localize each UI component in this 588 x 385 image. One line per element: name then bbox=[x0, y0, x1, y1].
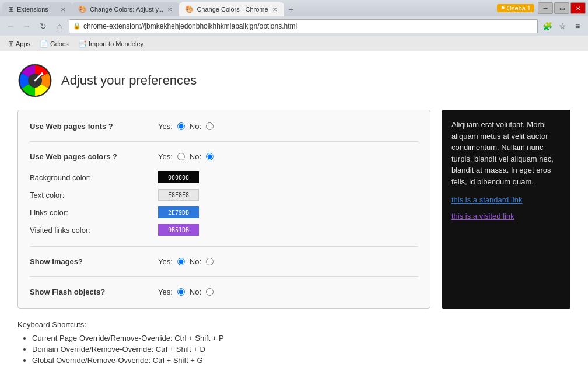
lock-icon: 🔒 bbox=[73, 22, 81, 30]
page-title: Adjust your preferences bbox=[61, 73, 197, 88]
mendeley-icon: 📑 bbox=[78, 40, 87, 48]
title-bar: ⊞ Extensions ✕ 🎨 Change Colors: Adjust y… bbox=[0, 0, 588, 16]
web-fonts-row: Use Web pages fonts ? Yes: No: bbox=[30, 122, 418, 131]
tab-options-close[interactable]: ✕ bbox=[166, 6, 173, 13]
show-flash-yes-radio[interactable] bbox=[177, 288, 185, 296]
page-header: Adjust your preferences bbox=[18, 63, 570, 98]
links-color-row: Links color: 2E79DB bbox=[30, 206, 418, 218]
links-color-swatch-container: 2E79DB bbox=[158, 206, 199, 218]
bookmark-mendeley-label: Import to Mendeley bbox=[89, 40, 144, 47]
reload-button[interactable]: ↻ bbox=[36, 19, 50, 33]
page-logo-icon bbox=[18, 63, 52, 98]
main-area: Use Web pages fonts ? Yes: No: Use Web p… bbox=[18, 110, 570, 309]
web-colors-no-radio[interactable] bbox=[206, 153, 214, 160]
show-images-yes-radio[interactable] bbox=[177, 258, 185, 265]
web-fonts-yes-radio[interactable] bbox=[177, 123, 185, 130]
web-fonts-yes-label: Yes: bbox=[158, 122, 173, 131]
preview-visited-link[interactable]: this is a visited link bbox=[452, 211, 561, 222]
web-colors-radio-group: Yes: No: bbox=[158, 152, 214, 161]
shortcuts-section: Keyboard Shortcuts: Current Page Overrid… bbox=[18, 320, 570, 365]
background-color-value: 080808 bbox=[168, 174, 189, 181]
web-fonts-label: Use Web pages fonts ? bbox=[30, 122, 158, 131]
apps-grid-icon: ⊞ bbox=[8, 40, 14, 48]
show-images-yes-label: Yes: bbox=[158, 257, 173, 266]
show-flash-radio-group: Yes: No: bbox=[158, 288, 214, 296]
close-button[interactable]: ✕ bbox=[570, 2, 586, 14]
text-color-swatch-container: E8E8E8 bbox=[158, 189, 199, 201]
divider-2 bbox=[30, 246, 418, 247]
show-images-label: Show images? bbox=[30, 257, 158, 266]
tab-chrome-label: Change Colors - Chrome bbox=[197, 6, 268, 13]
shortcuts-list: Current Page Override/Remove-Override: C… bbox=[18, 334, 570, 365]
user-badge-label: Oseba 1 bbox=[506, 5, 531, 12]
preview-standard-link[interactable]: this is a standard link bbox=[452, 194, 561, 206]
web-colors-label: Use Web pages colors ? bbox=[30, 152, 158, 161]
web-colors-row: Use Web pages colors ? Yes: No: bbox=[30, 152, 418, 161]
tab-change-colors-chrome[interactable]: 🎨 Change Colors - Chrome ✕ bbox=[179, 2, 284, 16]
web-colors-yes-radio[interactable] bbox=[177, 153, 185, 160]
divider-1 bbox=[30, 141, 418, 142]
tab-extensions-label: Extensions bbox=[17, 6, 57, 13]
show-images-radio-group: Yes: No: bbox=[158, 257, 214, 266]
bookmark-star-icon[interactable]: ☆ bbox=[555, 19, 569, 33]
tab-options-label: Change Colors: Adjust y... bbox=[90, 6, 163, 13]
bookmarks-bar: ⊞ Apps 📄 Gdocs 📑 Import to Mendeley bbox=[0, 36, 588, 51]
show-flash-row: Show Flash objects? Yes: No: bbox=[30, 288, 418, 296]
visited-color-label: Visited links color: bbox=[30, 226, 158, 235]
visited-color-row: Visited links color: 9B51DB bbox=[30, 224, 418, 236]
chrome-tab-icon: 🎨 bbox=[185, 5, 194, 13]
home-button[interactable]: ⌂ bbox=[52, 19, 66, 33]
show-flash-yes-label: Yes: bbox=[158, 288, 173, 296]
tab-extensions[interactable]: ⊞ Extensions ✕ bbox=[2, 2, 72, 16]
tab-extensions-close[interactable]: ✕ bbox=[60, 6, 66, 13]
bookmark-mendeley[interactable]: 📑 Import to Mendeley bbox=[75, 38, 147, 49]
gdocs-icon: 📄 bbox=[40, 40, 48, 48]
shortcut-item-1: Current Page Override/Remove-Override: C… bbox=[32, 334, 570, 342]
tab-change-colors-options[interactable]: 🎨 Change Colors: Adjust y... ✕ bbox=[72, 2, 179, 16]
back-button[interactable]: ← bbox=[4, 19, 18, 33]
text-color-label: Text color: bbox=[30, 191, 158, 200]
address-bar[interactable]: 🔒 chrome-extension://jbmkekhehjedonbhoik… bbox=[69, 19, 538, 33]
options-box: Use Web pages fonts ? Yes: No: Use Web p… bbox=[18, 110, 430, 309]
bookmark-gdocs-label: Gdocs bbox=[50, 40, 69, 47]
minimize-button[interactable]: ─ bbox=[538, 2, 553, 14]
background-color-label: Background color: bbox=[30, 173, 158, 182]
shortcut-item-2: Domain Override/Remove-Override: Ctrl + … bbox=[32, 345, 570, 354]
extensions-tab-icon: ⊞ bbox=[8, 5, 14, 13]
show-images-no-radio[interactable] bbox=[206, 258, 214, 265]
show-flash-no-radio[interactable] bbox=[206, 288, 214, 296]
preview-body-text: Aliquam erat volutpat. Morbi aliquam met… bbox=[452, 119, 561, 187]
show-images-row: Show images? Yes: No: bbox=[30, 257, 418, 266]
bookmark-gdocs[interactable]: 📄 Gdocs bbox=[36, 38, 72, 49]
window-controls: ⚑ Oseba 1 ─ ▭ ✕ bbox=[497, 2, 586, 14]
text-color-swatch[interactable]: E8E8E8 bbox=[158, 189, 199, 201]
tab-bar: ⊞ Extensions ✕ 🎨 Change Colors: Adjust y… bbox=[2, 0, 298, 16]
web-fonts-radio-group: Yes: No: bbox=[158, 122, 214, 131]
preview-box: Aliquam erat volutpat. Morbi aliquam met… bbox=[442, 110, 570, 309]
background-color-swatch[interactable]: 080808 bbox=[158, 172, 199, 183]
show-flash-label: Show Flash objects? bbox=[30, 288, 158, 296]
visited-color-swatch[interactable]: 9B51DB bbox=[158, 224, 199, 236]
web-fonts-no-label: No: bbox=[190, 122, 201, 131]
links-color-label: Links color: bbox=[30, 208, 158, 217]
links-color-swatch[interactable]: 2E79DB bbox=[158, 206, 199, 218]
web-colors-no-label: No: bbox=[190, 152, 201, 161]
user-badge[interactable]: ⚑ Oseba 1 bbox=[497, 4, 534, 12]
show-images-no-label: No: bbox=[190, 257, 201, 266]
maximize-button[interactable]: ▭ bbox=[554, 2, 569, 14]
extensions-icon[interactable]: 🧩 bbox=[540, 19, 554, 33]
visited-color-value: 9B51DB bbox=[168, 227, 189, 233]
new-tab-button[interactable]: + bbox=[284, 2, 298, 16]
menu-button[interactable]: ≡ bbox=[570, 19, 584, 33]
web-fonts-no-radio[interactable] bbox=[206, 123, 214, 130]
url-text: chrome-extension://jbmkekhehjedonbhoikhh… bbox=[83, 22, 534, 30]
page-content: Adjust your preferences Use Web pages fo… bbox=[0, 51, 588, 385]
text-color-row: Text color: E8E8E8 bbox=[30, 189, 418, 201]
forward-button[interactable]: → bbox=[20, 19, 34, 33]
background-color-swatch-container: 080808 bbox=[158, 172, 199, 183]
options-tab-icon: 🎨 bbox=[78, 5, 87, 13]
bookmark-apps[interactable]: ⊞ Apps bbox=[5, 38, 34, 49]
web-colors-yes-label: Yes: bbox=[158, 152, 173, 161]
tab-chrome-close[interactable]: ✕ bbox=[271, 6, 278, 13]
background-color-row: Background color: 080808 bbox=[30, 172, 418, 183]
